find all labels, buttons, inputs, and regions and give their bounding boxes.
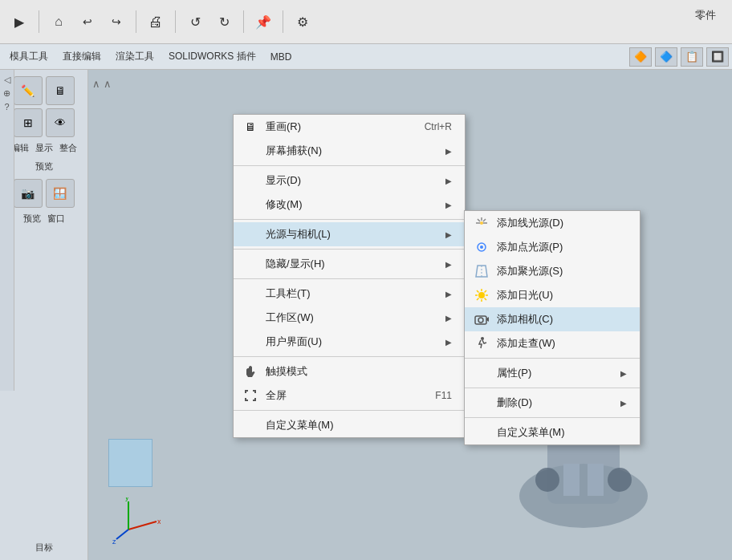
menu-workspace[interactable]: 工作区(W) ▶ (234, 306, 465, 330)
modify-label: 修改(M) (266, 197, 439, 212)
app-title: 零件 (695, 8, 716, 22)
touch-mode-label: 触摸模式 (266, 364, 452, 379)
main-area: ✏️ 🖥 ⊞ 👁 编辑 显示 整合 预览 📷 🪟 预览 窗口 ◁ ⊕ ? 目标 (0, 70, 732, 560)
properties-label: 属性(P) (497, 366, 614, 380)
menu-customize[interactable]: 自定义菜单(M) (234, 413, 465, 437)
display-icon (242, 172, 259, 189)
menu-add-daylight[interactable]: 添加日光(U) (465, 283, 640, 307)
home-button[interactable]: ⌂ (46, 9, 71, 34)
hide-show-arrow: ▶ (445, 260, 452, 269)
sep3 (175, 10, 176, 33)
display-arrow: ▶ (445, 177, 452, 185)
sidebar-integrate-icon[interactable]: ⊞ (14, 108, 43, 137)
top-toolbar: ▶ ⌂ ↩ ↪ 🖨 ↺ ↻ 📌 ⚙ 零件 (0, 0, 732, 44)
sidebar-preview-icon[interactable]: 👁 (46, 108, 75, 137)
strip-icon-2[interactable]: ⊕ (3, 88, 10, 99)
svg-line-16 (478, 219, 480, 221)
strip-icon-3[interactable]: ? (4, 102, 9, 112)
menu-user-interface[interactable]: 用户界面(U) ▶ (234, 330, 465, 354)
canvas-area[interactable]: ∧∧ 🤖 x y (88, 70, 732, 560)
light-camera-icon (242, 225, 259, 243)
user-interface-label: 用户界面(U) (266, 335, 439, 349)
point-light-icon (473, 238, 490, 256)
settings-button[interactable]: ⚙ (290, 9, 315, 34)
fullscreen-shortcut: F11 (435, 390, 452, 401)
add-line-light-label: 添加线光源(D) (497, 216, 627, 230)
play-button[interactable]: ▶ (6, 9, 32, 34)
toolbar-arrow: ▶ (445, 290, 452, 298)
menu-redraw[interactable]: 🖥 重画(R) Ctrl+R (234, 115, 465, 139)
tab-icon-2[interactable]: 🔷 (655, 47, 677, 67)
svg-point-18 (480, 221, 483, 225)
menu-add-camera[interactable]: 添加相机(C) (465, 307, 640, 331)
tab-direct-edit[interactable]: 直接编辑 (56, 50, 108, 63)
add-daylight-label: 添加日光(U) (497, 288, 627, 302)
spot-light-icon (473, 262, 490, 280)
tab-model-tools[interactable]: 模具工具 (3, 50, 55, 63)
print-button[interactable]: 🖨 (143, 9, 169, 34)
sidebar-window-icon[interactable]: 🪟 (46, 179, 75, 208)
menu-add-line-light[interactable]: 添加线光源(D) (465, 211, 640, 235)
sep6 (234, 410, 465, 411)
user-interface-icon (242, 333, 259, 351)
secondary-context-menu: 添加线光源(D) 添加点光源(P) (464, 210, 640, 445)
sub-customize-label: 自定义菜单(M) (497, 425, 627, 440)
hide-show-icon (242, 255, 259, 273)
tab-mbd[interactable]: MBD (264, 51, 299, 63)
forward-button[interactable]: ↪ (104, 9, 129, 34)
menu-add-walk[interactable]: 添加走查(W) (465, 331, 640, 355)
add-walk-label: 添加走查(W) (497, 336, 627, 351)
tab-icon-1[interactable]: 🔶 (629, 47, 652, 67)
redo-button[interactable]: ↻ (211, 9, 237, 34)
menu-toolbar[interactable]: 工具栏(T) ▶ (234, 282, 465, 306)
menu-fullscreen[interactable]: 全屏 F11 (234, 383, 465, 408)
sidebar-edit-icon[interactable]: ✏️ (14, 76, 43, 105)
svg-point-20 (480, 246, 483, 249)
svg-line-17 (483, 219, 486, 221)
workspace-arrow: ▶ (445, 314, 452, 323)
left-strip-panel: ◁ ⊕ ? (0, 70, 14, 391)
back-button[interactable]: ↩ (75, 9, 100, 34)
pin-button[interactable]: 📌 (250, 9, 276, 34)
strip-icon-1[interactable]: ◁ (4, 75, 10, 85)
menu-touch-mode[interactable]: 触摸模式 (234, 359, 465, 383)
fullscreen-label: 全屏 (266, 388, 419, 403)
menu-overlay[interactable]: 🖥 重画(R) Ctrl+R 屏幕捕获(N) ▶ 显示(D) ▶ (88, 70, 732, 560)
svg-line-29 (485, 298, 487, 301)
sidebar-paste-label: 预览 (23, 213, 41, 225)
sep5 (234, 356, 465, 357)
menu-hide-show[interactable]: 隐藏/显示(H) ▶ (234, 252, 465, 276)
menu-properties[interactable]: 属性(P) ▶ (465, 361, 640, 385)
menu-screen-capture[interactable]: 屏幕捕获(N) ▶ (234, 139, 465, 163)
sidebar-display-icon[interactable]: 🖥 (46, 76, 75, 105)
sidebar-display-label: 显示 (35, 142, 53, 154)
modify-icon (242, 196, 259, 213)
screen-capture-icon (242, 142, 259, 160)
tab-solidworks-plugin[interactable]: SOLIDWORKS 插件 (162, 50, 262, 63)
menu-delete[interactable]: 删除(D) ▶ (465, 391, 640, 415)
sub-sep3 (465, 417, 640, 418)
menu-modify[interactable]: 修改(M) ▶ (234, 193, 465, 217)
properties-icon (473, 364, 490, 382)
menu-add-point-light[interactable]: 添加点光源(P) (465, 235, 640, 259)
svg-point-34 (478, 318, 483, 323)
delete-icon (473, 394, 490, 412)
tab-icon-3[interactable]: 📋 (681, 47, 703, 67)
add-camera-label: 添加相机(C) (497, 312, 627, 327)
sub-customize-icon (473, 424, 490, 441)
tab-render-tools[interactable]: 渲染工具 (109, 50, 161, 63)
add-spot-light-label: 添加聚光源(S) (497, 264, 627, 278)
menu-add-spot-light[interactable]: 添加聚光源(S) (465, 259, 640, 283)
tab-icon-4[interactable]: 🔲 (706, 47, 729, 67)
menu-sub-customize[interactable]: 自定义菜单(M) (465, 420, 640, 444)
sep2 (136, 10, 136, 33)
left-sidebar: ✏️ 🖥 ⊞ 👁 编辑 显示 整合 预览 📷 🪟 预览 窗口 ◁ ⊕ ? 目标 (0, 70, 88, 560)
svg-line-30 (485, 290, 487, 293)
walk-icon (473, 335, 490, 352)
sidebar-paste-icon[interactable]: 📷 (14, 179, 43, 208)
menu-display[interactable]: 显示(D) ▶ (234, 168, 465, 193)
hide-show-label: 隐藏/显示(H) (266, 257, 439, 271)
undo-button[interactable]: ↺ (182, 9, 208, 34)
sidebar-window-label: 窗口 (47, 213, 65, 225)
menu-light-camera[interactable]: 光源与相机(L) ▶ (234, 222, 465, 246)
